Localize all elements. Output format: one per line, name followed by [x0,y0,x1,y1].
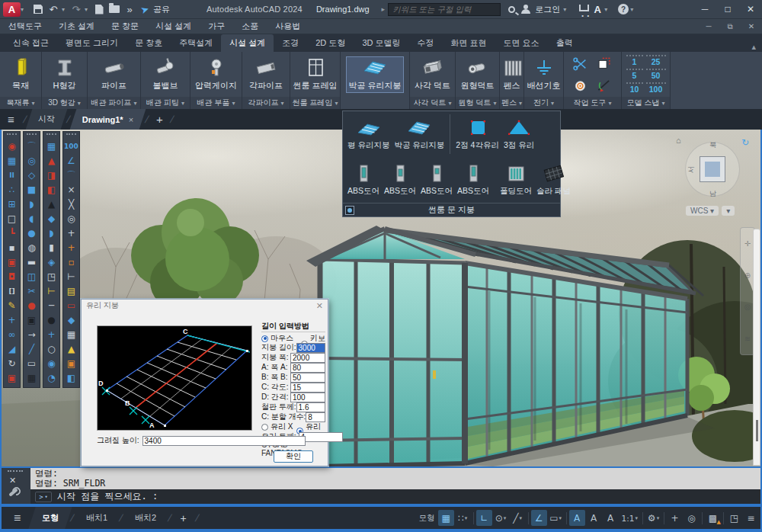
panel-title[interactable]: 원형 덕트▾ [456,97,499,109]
cad-tool-icon[interactable]: □ [5,212,19,226]
layout-tab-모형[interactable]: 모형 [29,507,72,529]
panel-title[interactable]: 펜스▾ [500,97,523,109]
close-icon[interactable]: ✕ [739,0,762,18]
snap-value[interactable]: 100 [646,82,666,95]
layout-tab-배치2[interactable]: 배치2 [121,507,170,529]
cad-tool-icon[interactable]: ◗ [24,197,39,211]
workspace-switching-icon[interactable]: ⚙▾ [645,510,661,526]
share-icon[interactable]: ➤ [136,0,153,18]
ribbon-tool-wiring[interactable]: 배선기호 [526,57,562,92]
command-rail[interactable]: ✕ [0,468,30,504]
plot-icon[interactable] [92,2,106,17]
search-expand-icon[interactable]: ▸ [382,5,386,13]
ribbon-tool-valve[interactable]: 볼밸브 [150,57,181,92]
orbit-icon[interactable]: ↻ [741,137,749,148]
flyout-tool-gableroof[interactable]: 박공 유리지붕 [392,118,447,151]
menu-item[interactable]: 가구 [200,21,233,32]
new-layout-icon[interactable]: + [172,512,194,524]
command-close-icon[interactable]: ✕ [9,476,16,486]
flyout-tool-solar[interactable]: 슬라 패널 [534,164,573,197]
view-cube[interactable]: ⌂ ↻ 북 서 남 [682,139,743,200]
tab-drawing1[interactable]: Drawing1* × [70,109,146,130]
menu-item[interactable]: 사용법 [267,21,309,32]
object-snap-tracking-icon[interactable]: ∠ [531,510,547,526]
flyout-tool-absdoor4[interactable]: ABS도어 [455,164,491,197]
undo-caret-icon[interactable]: ▾ [62,6,68,13]
minimize-icon[interactable]: ─ [693,0,716,18]
cad-tool-icon[interactable]: ▪ [5,241,19,255]
annotation-icon[interactable]: A [603,510,619,526]
cad-tool-icon[interactable]: ✂ [24,284,39,298]
cad-tool-icon[interactable]: ▫ [64,255,78,269]
cad-tool-icon[interactable]: ◇ [24,168,39,182]
dialog-close-icon[interactable]: ✕ [316,301,323,311]
menu-item[interactable]: 문 창문 [103,21,147,32]
flyout-tool-absdoor[interactable]: ABS도어 [345,164,382,197]
panel-title[interactable]: 배관 피팅▾ [141,97,190,109]
cad-tool-icon[interactable]: ◳ [44,270,59,284]
flyout-tool-flatroof[interactable]: 평 유리지붕 [345,118,392,151]
cad-tool-icon[interactable]: ◖ [24,212,39,226]
snap-value[interactable]: 25 [646,55,666,67]
ribbon-tab[interactable]: 2D 도형 [307,34,354,52]
viewcube-north-label[interactable]: 북 [709,140,716,150]
panel-title[interactable]: 모델 스냅▾ [622,97,670,109]
annotation-visibility-icon[interactable]: A [569,510,585,526]
cad-tool-icon[interactable]: ▦ [44,139,59,153]
cad-tool-icon[interactable]: ◧ [64,371,78,385]
wcs-dropdown[interactable]: WCS ▾ [686,206,719,216]
help-caret-icon[interactable]: ▾ [630,6,636,13]
field-input[interactable]: 8 [306,412,325,422]
cad-tool-icon[interactable]: II [5,168,19,182]
graphics-performance-icon[interactable]: ▩▲ [705,510,721,526]
cad-tool-icon[interactable]: ▦ [64,328,78,341]
cad-tool-icon[interactable]: ◆ [64,313,78,327]
cad-tool-icon[interactable]: ▲ [44,197,59,211]
field-input[interactable]: 100 [290,393,325,402]
ribbon-tool-rectduct[interactable]: 사각 덕트 [413,57,452,92]
cad-tool-icon[interactable]: ◔ [44,371,59,385]
ok-button[interactable]: 확인 [274,450,313,463]
cad-tool-icon[interactable]: ◨ [44,168,59,182]
ribbon-tool-sunframe[interactable]: 썬룸 프레임 [291,57,338,92]
file-tab-menu-icon[interactable]: ≡ [0,113,22,126]
wrench-icon[interactable] [8,488,18,496]
cad-tool-icon[interactable]: ┗ [5,226,19,240]
toolbar-grip[interactable] [7,133,17,139]
tool-rotatetool[interactable] [593,75,616,96]
redo-icon[interactable]: ↷ [69,2,83,17]
flyout-tool-triglass[interactable]: 3점 유리 [501,118,536,151]
object-snap-icon[interactable]: ▭▾ [548,510,564,526]
ribbon-tool-gableroof[interactable]: 박공 유리지붕 [347,57,402,92]
cad-tool-icon[interactable]: ▦ [5,154,19,168]
cad-tool-icon[interactable]: ▣ [24,313,39,327]
flyout-tool-absdoor2[interactable]: ABS도어 [382,164,418,197]
snap-value[interactable]: 5 [626,69,643,81]
cad-tool-icon[interactable]: → [24,328,39,341]
command-prompt[interactable]: 시작 점을 찍으세요. : [57,490,158,503]
cad-tool-icon[interactable]: ✎ [5,299,19,312]
open-icon[interactable] [107,2,121,17]
cad-tool-icon[interactable]: ∴ [5,183,19,197]
viewcube-top-face[interactable] [700,156,725,182]
panel-title[interactable]: 사각 덕트▾ [410,97,455,109]
tab-start[interactable]: 시작 [26,109,68,130]
cad-tool-icon[interactable]: ╱ [24,342,39,356]
layout-menu-icon[interactable]: ≡ [0,511,31,525]
cad-tool-icon[interactable]: ▦ [24,371,39,385]
cad-tool-icon[interactable]: ● [44,313,59,327]
polar-tracking-icon[interactable]: ⊙▾ [493,510,509,526]
ribbon-tab[interactable]: 조경 [274,34,307,52]
cad-tool-icon[interactable]: ◉ [44,357,59,370]
panel-title[interactable]: 배관 부품▾ [190,97,242,109]
toolbar-grip[interactable] [66,133,76,139]
ribbon-tab[interactable]: 신속 접근 [5,34,57,52]
login-caret-icon[interactable]: ▾ [563,6,569,13]
field-input[interactable]: 1.6 [296,402,325,412]
maximize-icon[interactable]: □ [716,0,739,18]
cad-tool-icon[interactable]: ◈ [44,255,59,269]
cad-tool-icon[interactable]: ● [24,226,39,240]
search-input[interactable] [388,3,501,16]
snap-mode-icon[interactable]: ∷▾ [455,510,471,526]
tool-target[interactable] [570,75,593,96]
